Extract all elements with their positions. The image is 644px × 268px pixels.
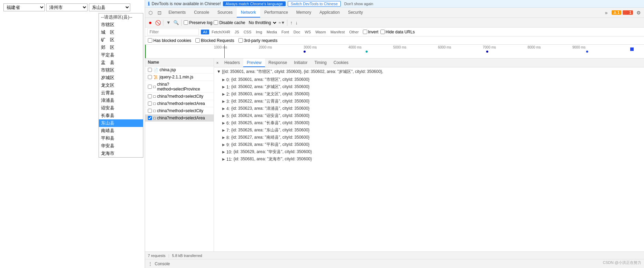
- dropdown-item[interactable]: 郊 区: [99, 44, 143, 51]
- json-tree-item[interactable]: ▶5: {id: 350624, area: "诏安县", cityId: 35…: [217, 112, 641, 119]
- file-checkbox[interactable]: [148, 85, 152, 89]
- dropdown-item[interactable]: 平定县: [99, 51, 143, 59]
- dropdown-item[interactable]: 漳浦县: [99, 97, 143, 104]
- third-party-checkbox[interactable]: [238, 38, 243, 43]
- filter-input[interactable]: [147, 29, 199, 35]
- dropdown-item[interactable]: 龙海市: [99, 150, 143, 157]
- filter-type-css[interactable]: CSS: [242, 30, 254, 34]
- file-item[interactable]: 📜jquery-2.1.1.min.js: [145, 74, 214, 81]
- third-party-label[interactable]: 3rd-party requests: [238, 38, 277, 43]
- dismiss-button[interactable]: Don't show again: [343, 1, 375, 6]
- json-tree-item[interactable]: ▶0: {id: 350601, area: "市辖区", cityId: 35…: [217, 76, 641, 83]
- filter-type-media[interactable]: Media: [265, 30, 279, 34]
- json-tree-item[interactable]: ▶6: {id: 350625, area: "长泰县", cityId: 35…: [217, 119, 641, 127]
- province-select[interactable]: 福建省: [3, 3, 45, 11]
- file-item[interactable]: □china?method=selectArea: [145, 100, 214, 107]
- preview-tab-preview[interactable]: Preview: [243, 58, 265, 67]
- more-tabs-btn[interactable]: »: [602, 9, 610, 17]
- dropdown-item[interactable]: 长泰县: [99, 112, 143, 119]
- tab-application[interactable]: Application: [315, 8, 344, 18]
- file-item[interactable]: □china?method=selectArea: [145, 115, 214, 122]
- preview-tab-response[interactable]: Response: [265, 58, 290, 67]
- file-checkbox[interactable]: [148, 68, 152, 72]
- upload-btn[interactable]: ↑: [289, 20, 293, 25]
- disable-cache-checkbox[interactable]: Disable cache: [214, 20, 245, 25]
- switch-devtools-button[interactable]: Switch DevTools to Chinese: [288, 1, 341, 7]
- filter-type-manifest[interactable]: Manifest: [328, 30, 347, 34]
- file-checkbox[interactable]: [148, 101, 152, 106]
- preview-tab-headers[interactable]: Headers: [221, 58, 243, 67]
- download-btn[interactable]: ↓: [295, 20, 298, 25]
- preserve-log-checkbox[interactable]: Preserve log: [184, 20, 212, 25]
- json-tree-item[interactable]: ▶8: {id: 350627, area: "南靖县", cityId: 35…: [217, 134, 641, 141]
- filter-type-img[interactable]: Img: [254, 30, 264, 34]
- district-select[interactable]: 东山县: [89, 3, 130, 11]
- filter-type-ws[interactable]: WS: [303, 30, 313, 34]
- filter-type-wasm[interactable]: Wasm: [313, 30, 328, 34]
- dropdown-item[interactable]: 云霄县: [99, 89, 143, 97]
- preview-tab-timing[interactable]: Timing: [311, 58, 330, 67]
- tab-memory[interactable]: Memory: [292, 8, 315, 18]
- tab-performance[interactable]: Performance: [260, 8, 292, 18]
- filter-type-all[interactable]: All: [201, 30, 209, 34]
- tab-network[interactable]: Network: [237, 8, 260, 18]
- preview-tab-close[interactable]: ×: [214, 60, 221, 66]
- json-tree-item[interactable]: ▶11: {id: 350681, area: "龙海市", cityId: 3…: [217, 156, 641, 163]
- dropdown-item[interactable]: 华安县: [99, 142, 143, 150]
- file-item[interactable]: 📄china.jsp: [145, 66, 214, 74]
- json-tree-item[interactable]: ▶9: {id: 350628, area: "平和县", cityId: 35…: [217, 141, 641, 148]
- dropdown-item[interactable]: 东山县: [99, 119, 143, 127]
- filter-type-other[interactable]: Other: [347, 30, 361, 34]
- dropdown-item[interactable]: 矿 区: [99, 36, 143, 44]
- dropdown-item[interactable]: 诏安县: [99, 104, 143, 112]
- json-tree-item[interactable]: ▶10: {id: 350629, area: "华安县", cityId: 3…: [217, 148, 641, 156]
- file-item[interactable]: □china?method=selectCity: [145, 93, 214, 100]
- inspect-icon-btn[interactable]: ⬡: [146, 9, 155, 17]
- tab-sources[interactable]: Sources: [213, 8, 237, 18]
- file-item[interactable]: □china?method=selectProvince: [145, 81, 214, 93]
- filter-icon[interactable]: ▼: [165, 20, 172, 26]
- blocked-requests-checkbox[interactable]: [195, 38, 200, 43]
- file-checkbox[interactable]: [148, 109, 152, 113]
- settings-btn[interactable]: ⚙: [634, 9, 643, 17]
- device-icon-btn[interactable]: ⊡: [155, 9, 164, 17]
- search-icon[interactable]: 🔍: [173, 20, 179, 26]
- throttle-select[interactable]: No throttling: [247, 20, 277, 26]
- stop-icon[interactable]: 🚫: [155, 20, 161, 26]
- dropdown-item[interactable]: 市辖区: [99, 21, 143, 29]
- tab-console[interactable]: Console: [190, 8, 213, 18]
- file-checkbox[interactable]: [148, 116, 152, 120]
- dropdown-item[interactable]: 龙文区: [99, 82, 143, 89]
- filter-type-font[interactable]: Font: [279, 30, 291, 34]
- invert-checkbox[interactable]: Invert: [363, 30, 378, 34]
- city-select[interactable]: 漳州市: [46, 3, 88, 11]
- tab-elements[interactable]: Elements: [164, 8, 190, 18]
- preview-tab-initiator[interactable]: Initiator: [290, 58, 311, 67]
- file-item[interactable]: □china?method=selectCity: [145, 107, 214, 115]
- dropdown-item[interactable]: 盂 县: [99, 59, 143, 66]
- json-tree-item[interactable]: ▶3: {id: 350622, area: "云霄县", cityId: 35…: [217, 98, 641, 105]
- json-tree-item[interactable]: ▶7: {id: 350626, area: "东山县", cityId: 35…: [217, 127, 641, 134]
- preview-tab-cookies[interactable]: Cookies: [330, 58, 352, 67]
- has-blocked-cookies-label[interactable]: Has blocked cookies: [148, 38, 191, 43]
- match-language-button[interactable]: Always match Chrome's language: [223, 1, 286, 6]
- record-icon[interactable]: ●: [147, 20, 153, 26]
- json-tree-item[interactable]: ▶4: {id: 350623, area: "漳浦县", cityId: 35…: [217, 105, 641, 112]
- dropdown-item[interactable]: 平和县: [99, 135, 143, 142]
- dropdown-item[interactable]: 南靖县: [99, 127, 143, 135]
- file-checkbox[interactable]: [148, 94, 152, 98]
- filter-type-js[interactable]: JS: [233, 30, 241, 34]
- hide-data-urls-checkbox[interactable]: Hide data URLs: [380, 30, 415, 34]
- dropdown-item[interactable]: 城 区: [99, 29, 143, 36]
- warning-badge: ⚠ 1: [612, 10, 621, 15]
- filter-type-doc[interactable]: Doc: [292, 30, 303, 34]
- filter-type-fetch/xhr[interactable]: Fetch/XHR: [209, 30, 232, 34]
- json-tree-item[interactable]: ▶1: {id: 350602, area: "岁城区", cityId: 35…: [217, 83, 641, 90]
- has-blocked-cookies-checkbox[interactable]: [148, 38, 152, 43]
- tab-security[interactable]: Security: [344, 8, 367, 18]
- dropdown-item[interactable]: 市辖区: [99, 66, 143, 74]
- blocked-requests-label[interactable]: Blocked Requests: [195, 38, 234, 43]
- dropdown-item[interactable]: 岁城区: [99, 74, 143, 82]
- file-checkbox[interactable]: [148, 75, 152, 79]
- json-tree-item[interactable]: ▶2: {id: 350603, area: "龙文区", cityId: 35…: [217, 90, 641, 98]
